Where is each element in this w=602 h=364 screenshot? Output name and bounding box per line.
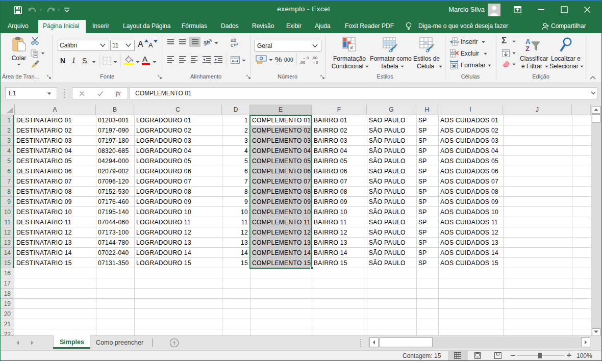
- svg-text:,00: ,00: [299, 60, 306, 64]
- svg-text:Z: Z: [525, 45, 530, 53]
- svg-text:c: c: [231, 42, 233, 47]
- svg-text:A: A: [525, 38, 531, 45]
- svg-text:←0: ←0: [303, 56, 309, 60]
- svg-text:→0: →0: [312, 60, 318, 64]
- svg-text:≠: ≠: [350, 44, 353, 50]
- svg-text:,00: ,00: [312, 56, 318, 60]
